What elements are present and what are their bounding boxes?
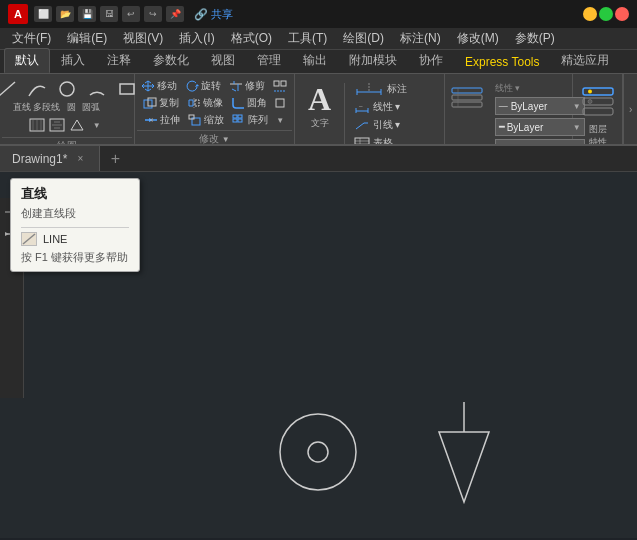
modify-scale-btn[interactable]: 缩放	[185, 112, 227, 128]
new-file-icon[interactable]: ⬜	[34, 6, 52, 22]
tab-collaborate[interactable]: 协作	[408, 48, 454, 73]
circle-label: 圆	[62, 101, 80, 114]
tab-close-btn[interactable]: ×	[73, 152, 87, 166]
cmd-icon	[21, 232, 37, 246]
new-tab-btn[interactable]: +	[104, 148, 126, 170]
menu-annotate[interactable]: 标注(N)	[392, 28, 449, 49]
menu-edit[interactable]: 编辑(E)	[59, 28, 115, 49]
layer-dropdown[interactable]: — ByLayer ▼	[495, 97, 585, 115]
draw-polyline-btn[interactable]	[23, 79, 51, 99]
redo-icon[interactable]: ↪	[144, 6, 162, 22]
svg-rect-47	[583, 88, 613, 95]
tab-addons[interactable]: 附加模块	[338, 48, 408, 73]
drawing-canvas[interactable]: 直线 创建直线段 LINE 按 F1 键获得更多帮助	[0, 172, 637, 538]
svg-point-50	[588, 90, 592, 94]
trim-label: 修剪	[245, 79, 265, 93]
layer-properties-btn[interactable]	[450, 79, 484, 115]
window-controls	[583, 7, 629, 21]
copy-label: 复制	[159, 96, 179, 110]
modify-copy-btn[interactable]: 复制	[140, 95, 182, 111]
drawing-tab-1[interactable]: Drawing1* ×	[0, 146, 100, 171]
draw-hatch-btn[interactable]	[28, 116, 46, 134]
quick-access-toolbar: ⬜ 📂 💾 🖫 ↩ ↪ 📌	[34, 6, 184, 22]
array-label: 阵列	[248, 113, 268, 127]
draw-gradient-btn[interactable]	[48, 116, 66, 134]
menu-modify[interactable]: 修改(M)	[449, 28, 507, 49]
tab-manage[interactable]: 管理	[246, 48, 292, 73]
tab-default[interactable]: 默认	[4, 48, 50, 73]
tab-view[interactable]: 视图	[200, 48, 246, 73]
leader-label: 引线 ▾	[373, 118, 401, 132]
pin-icon[interactable]: 📌	[166, 6, 184, 22]
move-label: 移动	[157, 79, 177, 93]
modify-more1-btn[interactable]	[270, 79, 290, 93]
tab-parametric[interactable]: 参数化	[142, 48, 200, 73]
annotate-dim-btn[interactable]: 标注	[350, 81, 411, 97]
menu-file[interactable]: 文件(F)	[4, 28, 59, 49]
close-button[interactable]	[615, 7, 629, 21]
annotate-linear-btn[interactable]: ─ 线性 ▾	[350, 99, 411, 115]
share-button[interactable]: 🔗 共享	[194, 7, 233, 22]
modify-move-btn[interactable]: 移动	[138, 78, 180, 94]
draw-line-btn[interactable]	[0, 79, 21, 99]
tab-featured[interactable]: 精选应用	[550, 48, 620, 73]
annotate-leader-btn[interactable]: 引线 ▾	[350, 117, 411, 133]
open-icon[interactable]: 📂	[56, 6, 74, 22]
tooltip-f1-hint: 按 F1 键获得更多帮助	[21, 250, 129, 265]
menu-view[interactable]: 视图(V)	[115, 28, 171, 49]
draw-boundary-btn[interactable]	[68, 116, 86, 134]
ribbon-scroll-right[interactable]: ›	[623, 74, 637, 144]
dim-label: 标注	[387, 82, 407, 96]
app-logo: A	[8, 4, 28, 24]
svg-rect-25	[233, 115, 237, 118]
tab-insert[interactable]: 插入	[50, 48, 96, 73]
undo-icon[interactable]: ↩	[122, 6, 140, 22]
text-label: 文字	[311, 117, 329, 130]
svg-point-1	[60, 82, 74, 96]
svg-rect-28	[238, 119, 242, 122]
draw-circle-btn[interactable]	[53, 79, 81, 99]
transparency-dropdown[interactable]: ByLayer ▼	[495, 139, 585, 146]
svg-rect-44	[452, 95, 482, 100]
modify-mirror-btn[interactable]: 镜像	[184, 95, 226, 111]
menu-tools[interactable]: 工具(T)	[280, 28, 335, 49]
menu-format[interactable]: 格式(O)	[223, 28, 280, 49]
svg-rect-49	[583, 108, 613, 115]
tab-bar: Drawing1* × +	[0, 146, 637, 172]
text-big-icon: A	[308, 83, 331, 115]
tab-output[interactable]: 输出	[292, 48, 338, 73]
layer-big-btn[interactable]: 图层特性	[576, 79, 620, 146]
rotate-label: 旋转	[201, 79, 221, 93]
minimize-button[interactable]	[583, 7, 597, 21]
tooltip-description: 创建直线段	[21, 206, 129, 221]
modify-array-btn[interactable]: 阵列	[229, 112, 271, 128]
modify-rotate-btn[interactable]: 旋转	[182, 78, 224, 94]
maximize-button[interactable]	[599, 7, 613, 21]
svg-marker-11	[195, 84, 199, 87]
tab-express-tools[interactable]: Express Tools	[454, 51, 550, 73]
line-label: 直线	[13, 101, 31, 114]
annotate-table-btn[interactable]: 表格	[350, 135, 411, 146]
save-icon[interactable]: 💾	[78, 6, 96, 22]
menu-bar: 文件(F) 编辑(E) 视图(V) 插入(I) 格式(O) 工具(T) 绘图(D…	[0, 28, 637, 50]
modify-group-label: 修改 ▼	[137, 130, 292, 146]
draw-more-btn[interactable]: ▼	[88, 116, 106, 134]
menu-insert[interactable]: 插入(I)	[171, 28, 222, 49]
modify-fillet-btn[interactable]: 圆角	[228, 95, 270, 111]
annotate-group: A 文字 标注	[295, 74, 445, 144]
cmd-label: LINE	[43, 233, 67, 245]
modify-more2-btn[interactable]	[272, 97, 288, 109]
text-btn[interactable]: A 文字	[300, 79, 340, 134]
save-as-icon[interactable]: 🖫	[100, 6, 118, 22]
tab-annotate[interactable]: 注释	[96, 48, 142, 73]
modify-dropdown-btn[interactable]: ▼	[273, 115, 287, 126]
modify-stretch-btn[interactable]: 拉伸	[141, 112, 183, 128]
title-bar: A ⬜ 📂 💾 🖫 ↩ ↪ 📌 🔗 共享	[0, 0, 637, 28]
lineweight-dropdown[interactable]: ━ ByLayer ▼	[495, 118, 585, 136]
draw-arc-btn[interactable]	[83, 79, 111, 99]
modify-trim-btn[interactable]: 修剪	[226, 78, 268, 94]
menu-params[interactable]: 参数(P)	[507, 28, 563, 49]
menu-draw[interactable]: 绘图(D)	[335, 28, 392, 49]
svg-marker-55	[5, 232, 9, 236]
table-label: 表格	[373, 136, 393, 146]
